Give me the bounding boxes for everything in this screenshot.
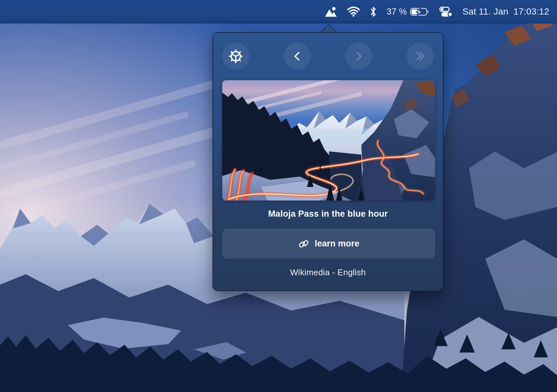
photo-widget-app-icon xyxy=(324,6,337,17)
next-button[interactable] xyxy=(345,43,372,70)
menu-bar-wifi[interactable] xyxy=(347,0,360,23)
photo-of-the-day xyxy=(222,80,435,201)
previous-button[interactable] xyxy=(284,43,311,70)
chevron-left-icon xyxy=(292,51,303,62)
learn-more-label: learn more xyxy=(315,239,359,249)
photo-of-the-day-popover: Maloja Pass in the blue hour learn more … xyxy=(213,32,443,291)
source-label: Wikimedia - English xyxy=(213,267,443,278)
photo-title: Maloja Pass in the blue hour xyxy=(213,209,443,219)
skip-forward-button[interactable] xyxy=(407,43,434,70)
settings-button[interactable] xyxy=(222,43,249,70)
menu-bar-app-photo-widget[interactable] xyxy=(324,0,337,23)
popover-toolbar xyxy=(213,33,443,70)
link-icon xyxy=(298,238,310,250)
menu-bar-clock[interactable]: Sat 11. Jan 17:03:12 xyxy=(463,0,549,23)
photo-maloja-pass xyxy=(222,80,435,201)
menu-bar-control-center[interactable] xyxy=(439,0,453,23)
desktop: 37 % Sat 11. Jan 17:03:12 xyxy=(0,0,557,392)
battery-charging-icon xyxy=(410,7,430,16)
control-center-icon xyxy=(439,6,453,17)
learn-more-button[interactable]: learn more xyxy=(222,229,435,259)
wifi-icon xyxy=(347,6,360,17)
menu-bar: 37 % Sat 11. Jan 17:03:12 xyxy=(0,0,557,23)
menu-bar-bluetooth[interactable] xyxy=(370,0,377,23)
double-chevron-right-icon xyxy=(414,51,426,62)
bluetooth-icon xyxy=(370,6,377,17)
gear-icon xyxy=(229,49,243,63)
chevron-right-icon xyxy=(353,51,364,62)
battery-percent-label: 37 % xyxy=(387,7,407,17)
menu-bar-battery[interactable]: 37 % xyxy=(387,0,429,23)
